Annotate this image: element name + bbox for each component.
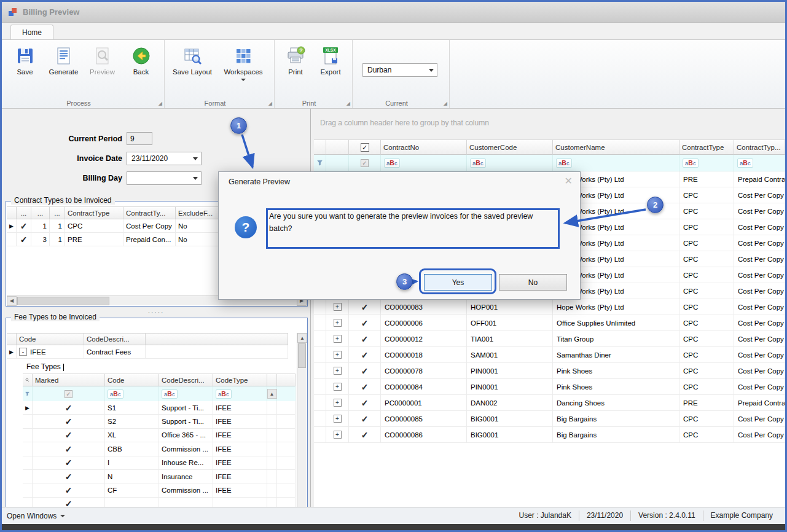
num-cell[interactable]: 1 bbox=[50, 219, 65, 232]
table-row[interactable]: ▶✓S1Support - Ti...IFEE bbox=[23, 401, 296, 415]
table-row[interactable]: ✓S2Support - Ti...IFEE bbox=[23, 415, 296, 428]
code-cell[interactable]: XL bbox=[105, 429, 159, 442]
code-description-cell[interactable]: Office 365 - ... bbox=[159, 429, 213, 442]
expand-column-header[interactable] bbox=[326, 139, 349, 155]
scroll-up-button[interactable]: ▲ bbox=[267, 389, 277, 399]
contract-type-cell[interactable]: CPC bbox=[679, 299, 734, 315]
vertical-scrollbar[interactable]: ▲ bbox=[297, 333, 307, 508]
expand-button[interactable]: + bbox=[334, 335, 342, 343]
select-all-checkbox[interactable]: ✓ bbox=[361, 143, 369, 152]
row-checkbox[interactable]: ✓ bbox=[361, 303, 369, 311]
row-checkbox[interactable]: ✓ bbox=[65, 472, 72, 481]
invoice-date-combo[interactable]: 23/11/2020 bbox=[127, 152, 202, 165]
customer-name-cell[interactable]: Office Supplies Unlimited bbox=[553, 315, 679, 331]
table-row[interactable]: +✓CO0000085BIG0001Big BargainsCPCCost Pe… bbox=[314, 411, 785, 427]
code-cell[interactable]: CBB bbox=[105, 442, 159, 455]
customer-name-cell[interactable]: Pink Shoes bbox=[553, 363, 679, 378]
row-checkbox[interactable]: ✓ bbox=[65, 417, 72, 426]
code-type-cell[interactable]: IFEE bbox=[213, 456, 267, 469]
no-button[interactable]: No bbox=[499, 274, 567, 291]
contract-type-cell[interactable]: CPC bbox=[65, 219, 123, 232]
filter-cell[interactable]: aBc bbox=[381, 155, 467, 171]
tab-home[interactable]: Home bbox=[10, 25, 53, 40]
scrollbar-thumb[interactable] bbox=[17, 297, 109, 305]
customer-name-cell[interactable]: Big Bargains bbox=[553, 427, 679, 442]
row-checkbox[interactable]: ✓ bbox=[361, 367, 369, 375]
row-checkbox[interactable]: ✓ bbox=[65, 486, 72, 495]
code-description-cell[interactable]: Support - Ti... bbox=[159, 415, 213, 428]
contract-no-cell[interactable]: CO0000006 bbox=[381, 315, 467, 331]
filter-cell[interactable]: aBc bbox=[105, 386, 159, 401]
code-cell[interactable]: N bbox=[105, 470, 159, 483]
filter-checkbox[interactable]: ✓ bbox=[361, 159, 369, 167]
column-header-contracttypedesc[interactable]: ContractTy... bbox=[123, 206, 176, 219]
column-header-code[interactable]: Code bbox=[105, 374, 159, 386]
code-description-cell[interactable]: Insurance bbox=[159, 470, 213, 483]
row-checkbox[interactable]: ✓ bbox=[361, 383, 369, 391]
customer-name-cell[interactable]: Big Bargains bbox=[553, 411, 679, 426]
column-header-check[interactable]: ... bbox=[17, 206, 31, 219]
contract-type-desc-cell[interactable]: Cost Per Copy bbox=[734, 235, 785, 251]
contract-type-desc-cell[interactable]: Cost Per Copy bbox=[734, 331, 785, 346]
code-description-cell[interactable] bbox=[159, 498, 213, 507]
table-row[interactable]: ✓CFCommission ...IFEE bbox=[23, 483, 296, 497]
contract-type-cell[interactable]: CPC bbox=[679, 283, 734, 299]
table-row[interactable]: +✓CO0000018SAM001Samanthas DinerCPCCost … bbox=[314, 347, 785, 363]
contract-no-cell[interactable]: CO0000018 bbox=[381, 347, 467, 362]
contract-no-cell[interactable]: CO0000085 bbox=[381, 411, 467, 426]
workspaces-button[interactable]: Workspaces bbox=[216, 43, 270, 81]
contract-type-cell[interactable]: CPC bbox=[679, 267, 734, 283]
filter-checkbox[interactable]: ✓ bbox=[65, 390, 72, 398]
code-description-cell[interactable]: Inhouse Re... bbox=[159, 456, 213, 469]
contract-type-desc-cell[interactable]: Cost Per Copy bbox=[734, 427, 785, 442]
contract-type-cell[interactable]: CPC bbox=[679, 235, 734, 251]
contract-type-desc-cell[interactable]: Cost Per Copy bbox=[734, 251, 785, 267]
contract-type-cell[interactable]: CPC bbox=[679, 363, 734, 378]
row-checkbox[interactable]: ✓ bbox=[361, 431, 369, 439]
scroll-left-button[interactable]: ◀ bbox=[7, 296, 17, 306]
customer-code-cell[interactable]: OFF001 bbox=[467, 315, 553, 331]
table-row[interactable]: ✓CBBCommission ...IFEE bbox=[23, 442, 296, 456]
code-type-cell[interactable]: IFEE bbox=[213, 429, 267, 442]
column-header-customername[interactable]: CustomerName bbox=[553, 139, 679, 155]
filter-cell[interactable]: aBc bbox=[467, 155, 553, 171]
column-header-contracttype[interactable]: ContractType bbox=[65, 206, 123, 219]
row-checkbox[interactable]: ✓ bbox=[361, 399, 369, 407]
filter-cell-check[interactable]: ✓ bbox=[349, 155, 381, 171]
contract-type-desc-cell[interactable]: Cost Per Copy bbox=[734, 283, 785, 299]
row-checkbox[interactable]: ✓ bbox=[65, 404, 72, 412]
column-header-codedescription[interactable]: CodeDescri... bbox=[159, 374, 213, 386]
row-checkbox[interactable]: ✓ bbox=[65, 431, 72, 439]
search-icon[interactable] bbox=[23, 374, 33, 386]
row-checkbox[interactable]: ✓ bbox=[65, 458, 72, 467]
column-header-marked[interactable]: Marked bbox=[33, 374, 105, 386]
code-description-cell[interactable]: Support - Ti... bbox=[159, 401, 213, 414]
table-row[interactable]: +✓CO0000086BIG0001Big BargainsCPCCost Pe… bbox=[314, 427, 785, 443]
contract-type-desc-cell[interactable]: Prepaid Contract bbox=[734, 395, 785, 410]
contract-type-desc-cell[interactable]: Cost Per Copy bbox=[734, 299, 785, 315]
detail-tab-label[interactable]: Fee Types bbox=[26, 362, 64, 371]
contract-type-desc-cell[interactable]: Cost Per Copy bbox=[734, 219, 785, 235]
num-cell[interactable]: 3 bbox=[31, 233, 50, 246]
fee-type-master-row[interactable]: ▶ -IFEE Contract Fees bbox=[7, 345, 288, 359]
table-row[interactable]: ✓NInsuranceIFEE bbox=[23, 470, 296, 483]
contract-type-cell[interactable]: CPC bbox=[679, 251, 734, 267]
customer-code-cell[interactable]: DAN002 bbox=[467, 395, 553, 410]
customer-name-cell[interactable]: Samanthas Diner bbox=[553, 347, 679, 362]
scroll-up-button[interactable]: ▲ bbox=[297, 333, 307, 343]
expand-button[interactable]: + bbox=[334, 367, 342, 375]
contract-type-desc-cell[interactable]: Cost Per Copy bbox=[734, 411, 785, 426]
customer-code-cell[interactable]: TIA001 bbox=[467, 331, 553, 346]
num-cell[interactable]: 1 bbox=[31, 219, 50, 232]
expand-button[interactable]: + bbox=[334, 319, 342, 327]
num-cell[interactable]: 1 bbox=[50, 233, 65, 246]
filter-cell[interactable]: aBc bbox=[159, 386, 213, 401]
code-type-cell[interactable]: IFEE bbox=[213, 415, 267, 428]
contract-type-cell[interactable]: CPC bbox=[679, 427, 734, 442]
save-layout-button[interactable]: Save Layout bbox=[168, 43, 216, 76]
customer-name-cell[interactable]: Pink Shoes bbox=[553, 379, 679, 394]
expand-button[interactable]: + bbox=[334, 383, 342, 391]
customer-code-cell[interactable]: PIN0001 bbox=[467, 363, 553, 378]
filter-cell-marked[interactable]: ✓ bbox=[33, 386, 105, 401]
code-type-cell[interactable]: IFEE bbox=[213, 442, 267, 455]
